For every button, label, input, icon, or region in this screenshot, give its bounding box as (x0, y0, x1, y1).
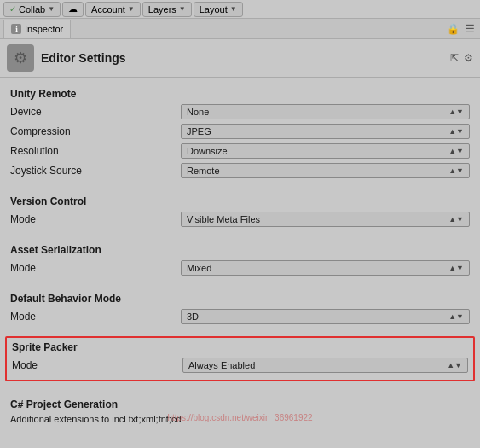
db-mode-value: 3D (187, 311, 199, 322)
as-mode-value: Mixed (187, 263, 211, 273)
as-mode-select[interactable]: Mixed ▲▼ (181, 260, 470, 276)
inspector-tab[interactable]: ℹ Inspector (3, 20, 71, 38)
sprite-packer-title: Sprite Packer (12, 341, 468, 353)
editor-settings-title: Editor Settings (41, 51, 126, 65)
device-arrow-icon: ▲▼ (448, 108, 464, 116)
joystick-value: Remote (187, 166, 220, 176)
cloud-button[interactable]: ☁ (62, 2, 84, 17)
account-arrow-icon: ▼ (128, 5, 135, 13)
sp-mode-row: Mode Always Enabled ▲▼ (12, 357, 468, 374)
default-behavior-title: Default Behavior Mode (10, 293, 470, 305)
vc-mode-label: Mode (10, 213, 181, 225)
sp-mode-label: Mode (12, 359, 182, 371)
sp-mode-value: Always Enabled (188, 360, 255, 370)
device-select[interactable]: None ▲▼ (181, 104, 470, 119)
joystick-label: Joystick Source (10, 165, 181, 177)
editor-settings-gear-icon: ⚙ (7, 44, 34, 72)
collab-arrow-icon: ▼ (48, 5, 55, 13)
inspector-content: Unity Remote Device None ▲▼ Compression … (0, 78, 480, 445)
lock-icon[interactable]: 🔒 (446, 22, 460, 36)
joystick-arrow-icon: ▲▼ (448, 166, 464, 175)
compression-label: Compression (10, 125, 181, 137)
collab-button[interactable]: ✓ Collab ▼ (3, 2, 61, 17)
asset-serialization-title: Asset Serialization (10, 244, 470, 256)
settings-gear-icon[interactable]: ⚙ (464, 52, 473, 64)
inspector-tab-label: Inspector (25, 24, 63, 34)
account-label: Account (91, 4, 125, 15)
as-mode-arrow-icon: ▲▼ (448, 264, 464, 272)
inspector-tab-icon: ℹ (11, 24, 21, 34)
menu-icon[interactable]: ☰ (463, 22, 477, 36)
vc-mode-value: Visible Meta Files (187, 214, 260, 224)
csharp-title: C# Project Generation (10, 399, 470, 410)
version-control-title: Version Control (10, 195, 470, 207)
joystick-select[interactable]: Remote ▲▼ (181, 163, 470, 178)
resolution-value: Downsize (187, 146, 228, 156)
layers-button[interactable]: Layers ▼ (142, 2, 192, 17)
device-label: Device (10, 106, 181, 118)
joystick-row: Joystick Source Remote ▲▼ (10, 162, 470, 179)
db-mode-select[interactable]: 3D ▲▼ (181, 309, 470, 324)
db-mode-arrow-icon: ▲▼ (448, 312, 464, 321)
vc-mode-arrow-icon: ▲▼ (448, 215, 464, 224)
layout-button[interactable]: Layout ▼ (194, 2, 243, 17)
layout-label: Layout (200, 4, 228, 15)
unity-remote-title: Unity Remote (10, 88, 470, 100)
editor-settings-header: ⚙ Editor Settings ⇱ ⚙ (0, 39, 480, 78)
sprite-packer-section: Sprite Packer Mode Always Enabled ▲▼ (5, 336, 475, 381)
layout-arrow-icon: ▼ (230, 5, 237, 13)
tab-icons-right: 🔒 ☰ (446, 22, 477, 36)
toolbar: ✓ Collab ▼ ☁ Account ▼ Layers ▼ Layout ▼ (0, 0, 480, 19)
csharp-additional-text: Additional extensions to incl txt;xml;fn… (10, 414, 470, 424)
as-mode-row: Mode Mixed ▲▼ (10, 259, 470, 276)
layers-arrow-icon: ▼ (179, 5, 186, 13)
compression-row: Compression JPEG ▲▼ (10, 123, 470, 140)
vc-mode-row: Mode Visible Meta Files ▲▼ (10, 211, 470, 228)
as-mode-label: Mode (10, 262, 181, 274)
sp-mode-select[interactable]: Always Enabled ▲▼ (182, 358, 468, 373)
header-icons-right: ⇱ ⚙ (450, 52, 473, 64)
expand-icon[interactable]: ⇱ (450, 52, 459, 64)
inspector-tab-bar: ℹ Inspector 🔒 ☰ (0, 19, 480, 39)
account-button[interactable]: Account ▼ (85, 2, 141, 17)
collab-label: Collab (19, 4, 45, 15)
cloud-icon: ☁ (68, 3, 78, 15)
resolution-arrow-icon: ▲▼ (448, 147, 464, 155)
resolution-select[interactable]: Downsize ▲▼ (181, 143, 470, 159)
device-row: Device None ▲▼ (10, 103, 470, 120)
compression-arrow-icon: ▲▼ (448, 127, 464, 136)
compression-value: JPEG (187, 126, 211, 137)
device-value: None (187, 107, 209, 117)
resolution-label: Resolution (10, 145, 181, 157)
vc-mode-select[interactable]: Visible Meta Files ▲▼ (181, 212, 470, 227)
db-mode-row: Mode 3D ▲▼ (10, 308, 470, 325)
db-mode-label: Mode (10, 311, 181, 323)
check-icon: ✓ (9, 4, 16, 14)
compression-select[interactable]: JPEG ▲▼ (181, 124, 470, 139)
layers-label: Layers (148, 4, 176, 15)
resolution-row: Resolution Downsize ▲▼ (10, 143, 470, 160)
sp-mode-arrow-icon: ▲▼ (447, 361, 462, 369)
